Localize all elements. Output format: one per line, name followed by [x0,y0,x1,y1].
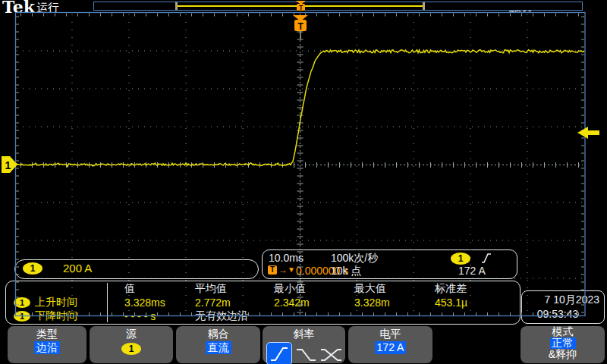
oscilloscope-screen: Tek 运行 触发? 10.0ms 100k次/秒 1 T → ▼ 0.0000… [0,0,607,364]
trigger-position-mini-marker: T [296,1,306,11]
menu-level-button[interactable]: 电平 172 A [348,326,432,363]
bottom-menu: 类型 边沿 源 1 耦合 直流 斜率 电平 172 A [0,325,607,364]
menu-coupling-value: 直流 [206,341,231,354]
datetime-box: 7 10月2023 09:53:43 [521,290,605,324]
meas-value: 3.328ms [124,297,195,309]
menu-level-value: 172 A [375,341,407,354]
menu-coupling-button[interactable]: 耦合 直流 [176,326,260,363]
menu-mode-button[interactable]: 模式 正常 &释抑 [521,326,605,363]
measurement-table: 值 平均值 最小值 最大值 标准差 1 上升时间 3.328ms 2.772m … [5,281,521,325]
trigger-source-badge: 1 [451,253,470,265]
slope-rising-icon[interactable] [266,342,292,364]
menu-source-button[interactable]: 源 1 [90,326,173,363]
trigger-status: 触发? [509,0,538,14]
channel1-readout: 1 200 A [14,259,259,279]
trigger-caret-icon: ▼ [288,265,295,274]
menu-mode-value: 正常 [550,337,576,349]
trigger-position-icon: T [268,265,277,275]
col-min: 最小值 [274,282,354,296]
menu-mode-label: 模式 [521,326,605,337]
meas-stddev: 453.1µ [435,297,517,309]
meas-min: 2.342m [274,297,354,309]
meas-source-badge: 1 [14,311,30,322]
measurement-header-row: 值 平均值 最小值 最大值 标准差 [14,282,517,296]
channel1-marker[interactable]: 1 [2,156,17,173]
waveform-trace [15,50,584,167]
tek-logo: Tek [2,0,35,17]
meas-mean: 2.772m [195,297,274,309]
meas-name: 下降时间 [35,309,77,323]
menu-level-label: 电平 [348,328,432,341]
menu-slope-button[interactable]: 斜率 [263,326,345,363]
sample-rate-readout: 100k次/秒 [331,252,378,265]
svg-text:T: T [298,21,304,32]
menu-slope-label: 斜率 [263,328,345,341]
channel1-badge: 1 [23,262,42,275]
menu-source-label: 源 [90,328,173,341]
meas-note: 无有效边沿 [195,309,435,323]
trigger-position-marker[interactable]: T [293,15,308,39]
menu-type-value: 边沿 [34,341,60,354]
slope-falling-icon[interactable] [294,346,317,362]
menu-type-label: 类型 [8,328,86,341]
measurement-row-rise-time: 1 上升时间 3.328ms 2.772m 2.342m 3.328m 453.… [14,296,517,309]
meas-max: 3.328m [354,297,435,309]
trigger-level-arrow[interactable] [577,127,599,139]
acquisition-status: 运行 [36,1,59,15]
col-max: 最大值 [354,282,435,296]
meas-name: 上升时间 [35,296,77,309]
trigger-slope-icon [481,253,492,264]
arrow-right-icon: → [278,265,288,275]
timebase-readout: 10.0ms [269,252,304,264]
time-readout: 09:53:43 [522,307,604,322]
window-right-bracket [423,2,425,10]
menu-source-badge: 1 [121,343,141,355]
col-std: 标准差 [435,282,517,296]
meas-value: - - - - s [124,310,195,322]
channel1-scale: 200 A [63,262,92,275]
col-mean: 平均值 [195,282,274,296]
col-value: 值 [124,282,195,296]
svg-text:1: 1 [5,159,11,171]
svg-text:T: T [299,4,304,11]
trigger-level-readout: 172 A [458,265,486,277]
slope-either-icon[interactable] [319,346,342,362]
menu-type-button[interactable]: 类型 边沿 [8,326,86,363]
menu-mode-value2: &释抑 [521,349,605,360]
measurement-row-fall-time: 1 下降时间 - - - - s 无有效边沿 [14,309,517,323]
date-readout: 7 10月2023 [522,291,604,307]
menu-coupling-label: 耦合 [176,328,260,341]
record-length-readout: 10k 点 [331,265,361,278]
horizontal-trigger-readout: 10.0ms 100k次/秒 1 T → ▼ 0.000000 s 10k 点 … [262,249,517,279]
meas-source-badge: 1 [14,297,30,308]
window-left-bracket [175,2,178,10]
